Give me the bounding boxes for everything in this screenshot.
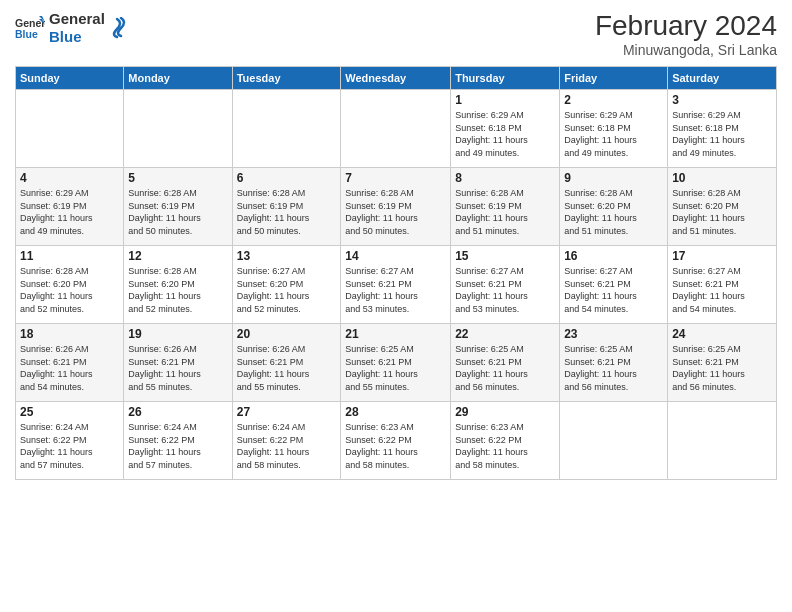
day-number: 12 (128, 249, 227, 263)
day-number: 19 (128, 327, 227, 341)
day-info: Sunrise: 6:28 AM Sunset: 6:20 PM Dayligh… (128, 265, 227, 315)
table-row: 21Sunrise: 6:25 AM Sunset: 6:21 PM Dayli… (341, 324, 451, 402)
day-number: 10 (672, 171, 772, 185)
calendar-week-row: 25Sunrise: 6:24 AM Sunset: 6:22 PM Dayli… (16, 402, 777, 480)
calendar-week-row: 4Sunrise: 6:29 AM Sunset: 6:19 PM Daylig… (16, 168, 777, 246)
table-row: 10Sunrise: 6:28 AM Sunset: 6:20 PM Dayli… (668, 168, 777, 246)
day-info: Sunrise: 6:25 AM Sunset: 6:21 PM Dayligh… (455, 343, 555, 393)
month-year: February 2024 (595, 10, 777, 42)
day-info: Sunrise: 6:28 AM Sunset: 6:20 PM Dayligh… (564, 187, 663, 237)
logo: General Blue General Blue (15, 10, 127, 46)
day-number: 6 (237, 171, 337, 185)
day-number: 7 (345, 171, 446, 185)
svg-text:Blue: Blue (15, 28, 38, 40)
table-row: 29Sunrise: 6:23 AM Sunset: 6:22 PM Dayli… (451, 402, 560, 480)
day-number: 27 (237, 405, 337, 419)
col-wednesday: Wednesday (341, 67, 451, 90)
day-number: 16 (564, 249, 663, 263)
col-thursday: Thursday (451, 67, 560, 90)
logo-general: General (49, 10, 105, 28)
day-number: 2 (564, 93, 663, 107)
table-row: 25Sunrise: 6:24 AM Sunset: 6:22 PM Dayli… (16, 402, 124, 480)
table-row: 16Sunrise: 6:27 AM Sunset: 6:21 PM Dayli… (560, 246, 668, 324)
day-number: 11 (20, 249, 119, 263)
day-info: Sunrise: 6:28 AM Sunset: 6:19 PM Dayligh… (237, 187, 337, 237)
day-info: Sunrise: 6:24 AM Sunset: 6:22 PM Dayligh… (237, 421, 337, 471)
day-number: 22 (455, 327, 555, 341)
header: General Blue General Blue February 2024 … (15, 10, 777, 58)
table-row: 17Sunrise: 6:27 AM Sunset: 6:21 PM Dayli… (668, 246, 777, 324)
day-number: 15 (455, 249, 555, 263)
calendar-header-row: Sunday Monday Tuesday Wednesday Thursday… (16, 67, 777, 90)
day-number: 25 (20, 405, 119, 419)
title-block: February 2024 Minuwangoda, Sri Lanka (595, 10, 777, 58)
calendar-week-row: 1Sunrise: 6:29 AM Sunset: 6:18 PM Daylig… (16, 90, 777, 168)
page: General Blue General Blue February 2024 … (0, 0, 792, 612)
table-row (668, 402, 777, 480)
table-row: 19Sunrise: 6:26 AM Sunset: 6:21 PM Dayli… (124, 324, 232, 402)
day-number: 3 (672, 93, 772, 107)
day-info: Sunrise: 6:27 AM Sunset: 6:20 PM Dayligh… (237, 265, 337, 315)
table-row: 20Sunrise: 6:26 AM Sunset: 6:21 PM Dayli… (232, 324, 341, 402)
table-row: 12Sunrise: 6:28 AM Sunset: 6:20 PM Dayli… (124, 246, 232, 324)
day-info: Sunrise: 6:29 AM Sunset: 6:18 PM Dayligh… (455, 109, 555, 159)
table-row (16, 90, 124, 168)
col-sunday: Sunday (16, 67, 124, 90)
table-row: 9Sunrise: 6:28 AM Sunset: 6:20 PM Daylig… (560, 168, 668, 246)
col-tuesday: Tuesday (232, 67, 341, 90)
day-number: 13 (237, 249, 337, 263)
table-row: 5Sunrise: 6:28 AM Sunset: 6:19 PM Daylig… (124, 168, 232, 246)
table-row: 1Sunrise: 6:29 AM Sunset: 6:18 PM Daylig… (451, 90, 560, 168)
day-info: Sunrise: 6:26 AM Sunset: 6:21 PM Dayligh… (20, 343, 119, 393)
table-row: 8Sunrise: 6:28 AM Sunset: 6:19 PM Daylig… (451, 168, 560, 246)
table-row (124, 90, 232, 168)
table-row: 28Sunrise: 6:23 AM Sunset: 6:22 PM Dayli… (341, 402, 451, 480)
day-info: Sunrise: 6:29 AM Sunset: 6:18 PM Dayligh… (672, 109, 772, 159)
day-info: Sunrise: 6:25 AM Sunset: 6:21 PM Dayligh… (345, 343, 446, 393)
col-monday: Monday (124, 67, 232, 90)
table-row: 24Sunrise: 6:25 AM Sunset: 6:21 PM Dayli… (668, 324, 777, 402)
col-saturday: Saturday (668, 67, 777, 90)
day-number: 18 (20, 327, 119, 341)
day-number: 23 (564, 327, 663, 341)
table-row: 7Sunrise: 6:28 AM Sunset: 6:19 PM Daylig… (341, 168, 451, 246)
day-info: Sunrise: 6:26 AM Sunset: 6:21 PM Dayligh… (237, 343, 337, 393)
day-info: Sunrise: 6:28 AM Sunset: 6:19 PM Dayligh… (455, 187, 555, 237)
day-number: 17 (672, 249, 772, 263)
day-number: 24 (672, 327, 772, 341)
day-info: Sunrise: 6:27 AM Sunset: 6:21 PM Dayligh… (345, 265, 446, 315)
day-info: Sunrise: 6:29 AM Sunset: 6:18 PM Dayligh… (564, 109, 663, 159)
day-info: Sunrise: 6:24 AM Sunset: 6:22 PM Dayligh… (128, 421, 227, 471)
calendar-week-row: 11Sunrise: 6:28 AM Sunset: 6:20 PM Dayli… (16, 246, 777, 324)
table-row (560, 402, 668, 480)
day-number: 4 (20, 171, 119, 185)
logo-wave-icon (109, 17, 127, 39)
day-number: 8 (455, 171, 555, 185)
table-row: 15Sunrise: 6:27 AM Sunset: 6:21 PM Dayli… (451, 246, 560, 324)
table-row: 4Sunrise: 6:29 AM Sunset: 6:19 PM Daylig… (16, 168, 124, 246)
table-row: 2Sunrise: 6:29 AM Sunset: 6:18 PM Daylig… (560, 90, 668, 168)
day-info: Sunrise: 6:28 AM Sunset: 6:20 PM Dayligh… (20, 265, 119, 315)
calendar-week-row: 18Sunrise: 6:26 AM Sunset: 6:21 PM Dayli… (16, 324, 777, 402)
day-number: 9 (564, 171, 663, 185)
day-number: 1 (455, 93, 555, 107)
location: Minuwangoda, Sri Lanka (595, 42, 777, 58)
table-row: 6Sunrise: 6:28 AM Sunset: 6:19 PM Daylig… (232, 168, 341, 246)
day-info: Sunrise: 6:26 AM Sunset: 6:21 PM Dayligh… (128, 343, 227, 393)
table-row: 22Sunrise: 6:25 AM Sunset: 6:21 PM Dayli… (451, 324, 560, 402)
logo-icon: General Blue (15, 13, 45, 43)
day-info: Sunrise: 6:23 AM Sunset: 6:22 PM Dayligh… (345, 421, 446, 471)
day-number: 20 (237, 327, 337, 341)
day-info: Sunrise: 6:23 AM Sunset: 6:22 PM Dayligh… (455, 421, 555, 471)
day-info: Sunrise: 6:27 AM Sunset: 6:21 PM Dayligh… (672, 265, 772, 315)
day-info: Sunrise: 6:28 AM Sunset: 6:19 PM Dayligh… (345, 187, 446, 237)
day-info: Sunrise: 6:28 AM Sunset: 6:19 PM Dayligh… (128, 187, 227, 237)
svg-text:General: General (15, 17, 45, 29)
day-info: Sunrise: 6:29 AM Sunset: 6:19 PM Dayligh… (20, 187, 119, 237)
day-info: Sunrise: 6:25 AM Sunset: 6:21 PM Dayligh… (672, 343, 772, 393)
day-info: Sunrise: 6:27 AM Sunset: 6:21 PM Dayligh… (455, 265, 555, 315)
day-info: Sunrise: 6:25 AM Sunset: 6:21 PM Dayligh… (564, 343, 663, 393)
logo-blue: Blue (49, 28, 105, 46)
table-row (232, 90, 341, 168)
table-row: 18Sunrise: 6:26 AM Sunset: 6:21 PM Dayli… (16, 324, 124, 402)
